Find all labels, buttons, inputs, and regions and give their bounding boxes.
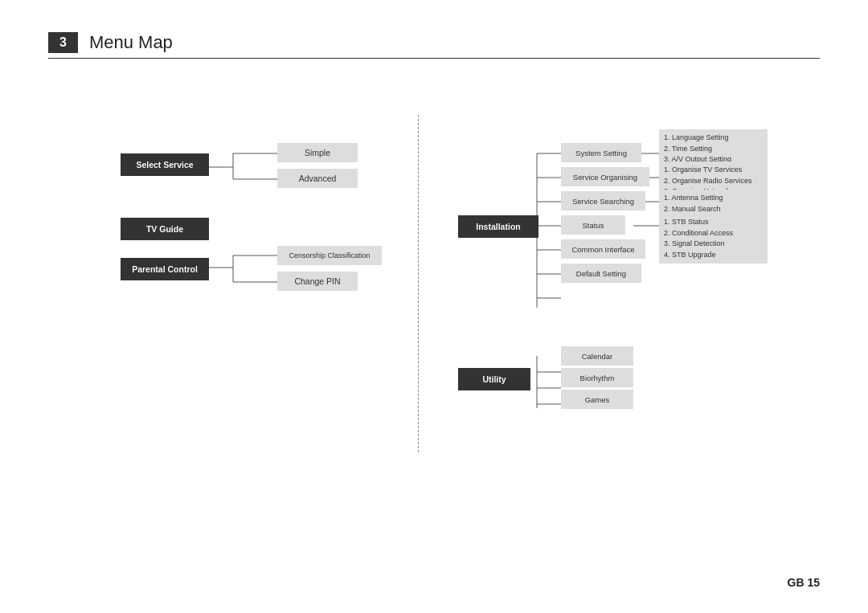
page-container: 3 Menu Map xyxy=(0,0,868,613)
censorship-box: Censorship Classification xyxy=(277,246,382,265)
parental-control-box: Parental Control xyxy=(121,258,209,280)
page-number: GB 15 xyxy=(788,576,820,589)
change-pin-box: Change PIN xyxy=(277,272,358,291)
chapter-number: 3 xyxy=(48,32,78,53)
system-setting-box: System Setting xyxy=(561,143,641,162)
tv-guide-box: TV Guide xyxy=(121,218,209,240)
dashed-divider xyxy=(418,115,419,452)
service-searching-box: Service Searching xyxy=(561,191,645,210)
simple-box: Simple xyxy=(277,143,358,162)
biorhythm-box: Biorhythm xyxy=(561,368,633,387)
service-organising-box: Service Organising xyxy=(561,167,649,186)
installation-box: Installation xyxy=(458,215,538,238)
games-box: Games xyxy=(561,390,633,409)
default-setting-box: Default Setting xyxy=(561,264,641,283)
common-interface-box: Common Interface xyxy=(561,239,645,259)
status-box: Status xyxy=(561,215,625,235)
diagram: Select Service Simple Advanced TV Guide … xyxy=(48,83,820,565)
advanced-box: Advanced xyxy=(277,169,358,188)
utility-box: Utility xyxy=(458,368,530,390)
select-service-box: Select Service xyxy=(121,153,209,176)
header-section: 3 Menu Map xyxy=(48,32,820,59)
chapter-title: Menu Map xyxy=(89,32,173,53)
calendar-box: Calendar xyxy=(561,346,633,366)
status-info: 1. STB Status 2. Conditional Access 3. S… xyxy=(659,214,768,264)
